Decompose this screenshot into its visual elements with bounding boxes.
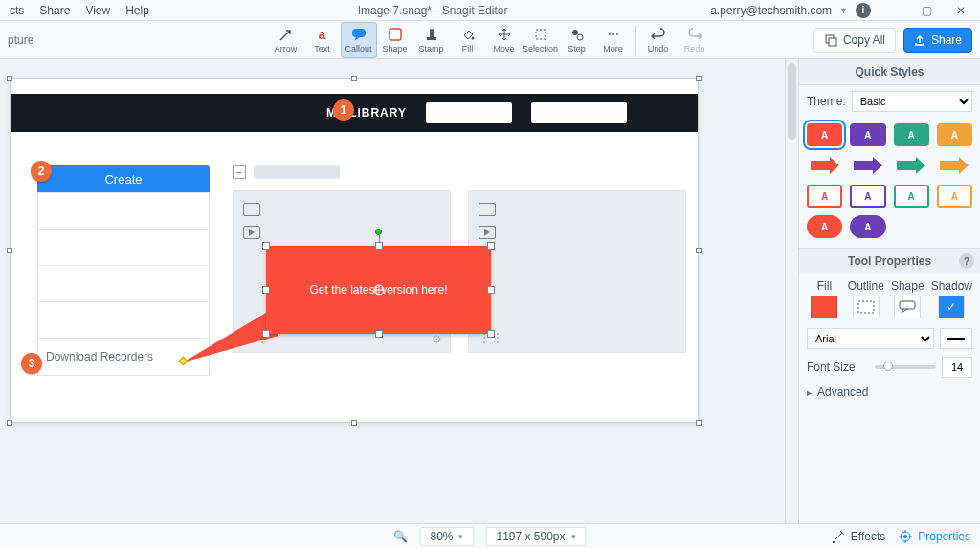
shape-swatch[interactable] [894,296,921,318]
fill-tool[interactable]: Fill [450,22,486,58]
shadow-label: Shadow [931,279,972,293]
canvas-dimensions[interactable]: 1197 x 590px▾ [485,527,586,546]
gear-icon[interactable]: ⚙ [432,333,442,346]
vertical-scrollbar[interactable] [785,59,798,523]
shape-label: Shape [891,279,924,293]
canvas-handle[interactable] [696,76,702,81]
minimize-button[interactable]: — [879,2,905,19]
resize-handle[interactable] [262,330,270,338]
step-marker-1[interactable]: 1 [333,99,354,121]
resize-handle[interactable] [487,242,495,250]
library-header: MY LIBRARY [11,94,698,132]
style-arrow-green[interactable] [894,154,929,177]
user-dropdown-icon[interactable]: ▼ [839,6,848,15]
shadow-swatch[interactable]: ✓ [938,296,965,318]
style-box-red[interactable]: A [807,185,842,208]
zoom-level[interactable]: 80%▾ [419,527,474,546]
menu-cts[interactable]: cts [4,2,30,19]
arrow-tool[interactable]: Arrow [268,22,304,58]
style-arrow-amber[interactable] [937,154,972,177]
shape-tool[interactable]: Shape [377,22,413,58]
collapse-icon[interactable]: − [233,165,246,179]
help-icon[interactable]: ? [959,253,974,269]
zoom-search-icon[interactable]: 🔍 [393,530,408,543]
style-arrow-red[interactable] [807,154,842,177]
advanced-label[interactable]: Advanced [817,385,868,399]
breadcrumb-placeholder [254,165,340,179]
menu-share[interactable]: Share [33,2,76,19]
canvas-handle[interactable] [7,420,12,426]
redo-button[interactable]: Redo [677,22,713,58]
canvas-handle[interactable] [7,248,12,253]
resize-handle[interactable] [262,242,270,250]
undo-button[interactable]: Undo [640,22,677,58]
play-icon [479,226,496,239]
step-marker-2[interactable]: 2 [31,161,52,182]
sidebar-item[interactable] [38,266,209,302]
selection-tool[interactable]: Selection [523,22,559,58]
sidebar-item[interactable] [38,193,209,230]
style-callout-green[interactable]: A [894,123,929,146]
properties-button[interactable]: Properties [899,530,970,543]
resize-handle[interactable] [262,286,270,294]
font-size-slider[interactable] [875,365,937,369]
capture-button[interactable]: pture [0,30,41,51]
maximize-button[interactable]: ▢ [913,2,940,19]
canvas-area[interactable]: MY LIBRARY Create Download Recorders − [0,59,798,523]
resize-handle[interactable] [487,330,495,338]
step-tool[interactable]: Step [559,22,595,58]
quick-styles-grid: A A A A A A A A A A A A [799,118,980,248]
style-callout-amber[interactable]: A [937,123,972,146]
move-tool[interactable]: Move [486,22,523,58]
resize-handle[interactable] [375,242,383,250]
menu-view[interactable]: View [79,2,116,19]
folder-icon [243,203,260,216]
font-color-swatch[interactable] [940,328,972,349]
style-pill-purple[interactable]: A [850,215,885,238]
style-pill-red[interactable]: A [807,215,842,238]
slider-thumb[interactable] [883,362,893,371]
effects-button[interactable]: Effects [832,530,885,543]
create-button[interactable]: Create [37,165,210,192]
user-email[interactable]: a.perry@techsmith.com [710,4,832,17]
stamp-tool[interactable]: Stamp [413,22,450,58]
step-marker-3[interactable]: 3 [21,353,42,374]
theme-select[interactable]: Basic [852,91,972,112]
style-box-green[interactable]: A [894,185,929,208]
canvas-handle[interactable] [7,76,12,81]
canvas-handle[interactable] [351,76,357,81]
svg-marker-15 [897,157,925,174]
more-tool[interactable]: ⋯ More [595,22,632,58]
text-tool[interactable]: a Text [304,22,341,58]
scrollbar-thumb[interactable] [788,63,796,140]
resize-handle[interactable] [375,330,383,338]
advanced-disclosure-icon[interactable]: ▸ [807,387,812,398]
style-box-purple[interactable]: A [850,185,885,208]
callout-tool[interactable]: Callout [341,22,377,58]
style-arrow-purple[interactable] [850,154,885,177]
close-button[interactable]: ✕ [947,2,974,19]
share-button[interactable]: Share [903,28,972,53]
info-icon[interactable]: i [856,3,871,18]
svg-point-5 [471,36,474,39]
properties-icon [899,530,912,543]
resize-handle[interactable] [487,286,495,294]
style-callout-purple[interactable]: A [850,123,885,146]
canvas-handle[interactable] [696,420,702,426]
sidebar-item[interactable] [38,230,209,266]
style-box-amber[interactable]: A [937,185,972,208]
canvas-handle[interactable] [696,248,702,253]
library-card[interactable]: ⋮⋮ [468,190,686,353]
font-size-input[interactable] [942,357,972,378]
callout-box[interactable]: Get the latest version here! [266,246,491,334]
copy-icon [824,33,837,47]
menu-help[interactable]: Help [120,2,155,19]
header-placeholder [531,102,627,123]
font-select[interactable]: Arial [807,328,934,349]
svg-marker-14 [854,157,882,174]
fill-swatch[interactable] [811,296,837,318]
style-callout-red[interactable]: A [807,123,842,146]
copy-all-button[interactable]: Copy All [813,28,896,53]
svg-point-8 [577,34,583,40]
outline-swatch[interactable] [853,296,880,318]
